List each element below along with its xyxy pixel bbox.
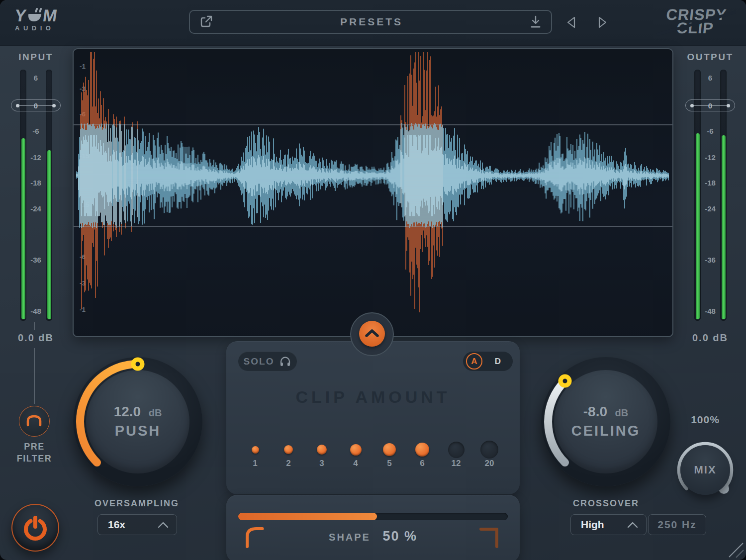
plugin-window: Y M AUDIO PRESETS xyxy=(0,0,746,560)
clip-step-label: 4 xyxy=(346,459,366,468)
pre-filter-button[interactable] xyxy=(19,406,50,437)
meter-tick: -18 xyxy=(685,179,735,187)
clip-step-5[interactable] xyxy=(383,443,396,456)
clip-step-label: 20 xyxy=(479,459,499,468)
clip-step-label: 6 xyxy=(412,459,432,468)
clip-step-label: 12 xyxy=(446,459,466,468)
clip-amount-title: CLIP AMOUNT xyxy=(226,387,520,407)
ceiling-value[interactable]: -8.0 xyxy=(583,404,607,419)
headphones-icon xyxy=(279,356,291,368)
mix-readout[interactable]: 100% xyxy=(675,414,735,426)
mode-a-button[interactable]: A xyxy=(466,353,482,370)
input-level-left xyxy=(21,138,25,319)
meter-tick: -48 xyxy=(11,307,61,315)
waveform-graphic xyxy=(74,49,672,336)
meter-tick: 6 xyxy=(685,74,735,82)
crossover-label: CROSSOVER xyxy=(573,498,639,509)
ceiling-knob[interactable]: -8.0 dB CEILING xyxy=(541,357,670,486)
filter-curve-icon xyxy=(19,406,49,436)
input-connector-line xyxy=(34,348,35,404)
input-gain-slider[interactable]: 0 xyxy=(11,99,61,111)
clip-threshold-line xyxy=(74,226,672,226)
meter-tick: -6 xyxy=(11,127,61,135)
resize-handle[interactable] xyxy=(727,541,744,558)
clip-amount-panel: SOLO A D CLIP AMOUNT 1234561220 xyxy=(226,341,520,494)
clip-step-label: 2 xyxy=(279,459,298,468)
shape-slider[interactable] xyxy=(238,513,508,520)
expand-panel-button[interactable] xyxy=(359,321,385,347)
preset-bar-label[interactable]: PRESETS xyxy=(214,16,529,28)
output-gain-zero: 0 xyxy=(686,101,735,110)
share-preset-icon[interactable] xyxy=(199,14,214,29)
output-level-right xyxy=(722,135,726,319)
brand-letter: M xyxy=(42,8,58,23)
clip-step-4[interactable] xyxy=(350,444,362,456)
shape-panel: SHAPE 50 % xyxy=(226,495,520,560)
save-preset-icon[interactable] xyxy=(529,14,542,29)
clip-step-2[interactable] xyxy=(284,445,293,454)
output-gain-slider[interactable]: 0 xyxy=(685,99,735,111)
bowl-icon xyxy=(25,7,44,23)
oversampling-label: OVERSAMPLING xyxy=(80,498,194,509)
preset-bar[interactable]: PRESETS xyxy=(189,10,552,34)
crossover-freq-field[interactable]: 250 Hz xyxy=(648,514,706,535)
meter-tick: -24 xyxy=(685,204,735,213)
meter-tick: -6 xyxy=(685,127,735,135)
meter-tick: -12 xyxy=(685,153,735,162)
mode-toggle[interactable]: A D xyxy=(463,352,513,371)
previous-preset-button[interactable] xyxy=(564,15,578,30)
input-meter: 0 6-6-12-18-24-36-48 xyxy=(11,70,61,321)
input-level-right xyxy=(47,150,51,319)
clip-step-1[interactable] xyxy=(252,446,259,454)
input-connector-line xyxy=(34,322,35,330)
meter-tick: -48 xyxy=(685,307,735,315)
push-unit: dB xyxy=(149,407,162,418)
mix-label: MIX xyxy=(675,464,735,476)
pre-filter-label: PRE xyxy=(1,442,68,452)
meter-tick: -36 xyxy=(11,256,61,264)
output-trim-readout[interactable]: 0.0 dB xyxy=(675,332,745,344)
meter-tick: -36 xyxy=(685,256,735,264)
oversampling-value: 16x xyxy=(108,519,125,531)
shape-value[interactable]: 50 % xyxy=(382,529,417,544)
chevron-up-icon xyxy=(359,321,385,347)
crossover-band-dropdown[interactable]: High xyxy=(570,514,647,535)
clip-step-label: 5 xyxy=(379,459,399,468)
clip-step-12[interactable] xyxy=(448,442,465,458)
meter-tick: -24 xyxy=(11,204,61,213)
waveform-display: -1-3-6-15-15-6-3-1 xyxy=(73,48,673,337)
power-button[interactable] xyxy=(11,504,59,552)
next-preset-button[interactable] xyxy=(595,15,609,30)
output-meter-label: OUTPUT xyxy=(675,52,745,63)
chevron-up-icon xyxy=(627,522,638,528)
clip-step-6[interactable] xyxy=(415,443,429,457)
ceiling-knob-arc xyxy=(541,357,670,486)
clip-step-20[interactable] xyxy=(480,441,498,459)
input-trim-readout[interactable]: 0.0 dB xyxy=(1,332,71,344)
output-meter: 0 6-6-12-18-24-36-48 xyxy=(685,70,735,321)
solo-button[interactable]: SOLO xyxy=(238,352,297,371)
chevron-up-icon xyxy=(158,522,169,528)
clip-threshold-line xyxy=(74,124,672,125)
shape-label: SHAPE xyxy=(329,532,371,543)
ceiling-unit: dB xyxy=(615,407,629,418)
meter-tick: -12 xyxy=(11,153,61,162)
mode-d-button[interactable]: D xyxy=(493,357,503,367)
brand-logo: Y M AUDIO xyxy=(15,7,57,32)
shape-slider-fill xyxy=(238,513,377,520)
power-icon xyxy=(21,514,49,542)
pre-filter-label: FILTER xyxy=(1,454,68,464)
push-value[interactable]: 12.0 xyxy=(114,404,141,419)
meter-tick: -18 xyxy=(11,179,61,187)
crossover-band-value: High xyxy=(581,519,604,531)
push-knob[interactable]: 12.0 dB PUSH xyxy=(73,357,202,486)
meter-tick: 6 xyxy=(11,74,61,82)
clip-step-3[interactable] xyxy=(317,445,327,455)
oversampling-dropdown[interactable]: 16x xyxy=(97,514,177,535)
mix-knob[interactable]: MIX xyxy=(675,440,735,500)
push-knob-arc xyxy=(73,357,202,486)
clip-step-label: 3 xyxy=(312,459,332,468)
input-gain-zero: 0 xyxy=(11,101,60,110)
crossover-freq-value: 250 Hz xyxy=(657,519,697,531)
clip-step-label: 1 xyxy=(245,459,265,468)
